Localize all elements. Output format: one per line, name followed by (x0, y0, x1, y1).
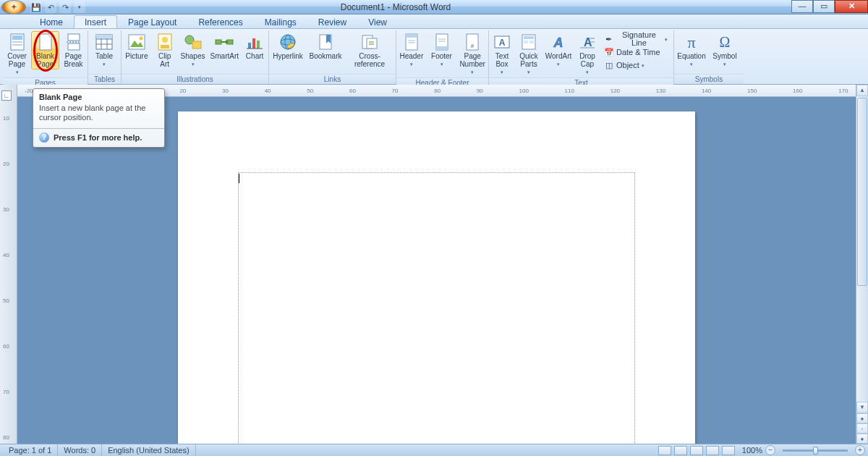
status-words[interactable]: Words: 0 (58, 444, 102, 456)
object-button[interactable]: ◫Object▾ (600, 59, 671, 72)
minimize-button[interactable]: — (791, 0, 813, 13)
svg-rect-13 (96, 35, 112, 38)
status-page[interactable]: Page: 1 of 1 (3, 444, 58, 456)
maximize-button[interactable]: ▭ (813, 0, 835, 13)
hyperlink-icon (278, 33, 298, 51)
svg-rect-51 (524, 36, 534, 39)
group-tables: Table▾ Tables (88, 30, 122, 84)
svg-rect-2 (12, 41, 22, 43)
browse-next-icon[interactable]: ● (856, 434, 868, 444)
svg-rect-53 (529, 41, 534, 43)
crossref-icon (359, 33, 380, 51)
quickparts-icon (519, 33, 539, 51)
status-language[interactable]: English (United States) (102, 444, 196, 456)
text-cursor (239, 174, 239, 183)
header-button[interactable]: Header▾ (396, 31, 427, 69)
scroll-up-arrow[interactable]: ▲ (856, 85, 868, 96)
group-pages: Cover Page▾ Blank Page Page Break Pages (3, 30, 88, 84)
group-header-footer: Header▾ Footer▾ #Page Number▾ Header & F… (396, 30, 489, 84)
crossref-button[interactable]: Cross-reference (344, 31, 395, 69)
status-bar: Page: 1 of 1 Words: 0 English (United St… (0, 444, 868, 456)
chart-icon (244, 33, 265, 51)
tab-selector[interactable]: ∟ (1, 90, 12, 101)
draft-view-button[interactable] (722, 446, 735, 455)
browse-prev-icon[interactable]: ● (856, 413, 868, 423)
svg-rect-6 (68, 43, 80, 50)
object-icon: ◫ (604, 60, 614, 70)
tab-mailings[interactable]: Mailings (254, 15, 307, 28)
bookmark-button[interactable]: Bookmark (307, 31, 344, 62)
page-break-button[interactable]: Page Break (59, 31, 88, 69)
shapes-button[interactable]: Shapes▾ (178, 31, 208, 69)
tooltip-title: Blank Page (33, 89, 164, 104)
quickparts-button[interactable]: Quick Parts▾ (515, 31, 542, 77)
undo-icon[interactable]: ↶ (45, 1, 56, 13)
tab-review[interactable]: Review (307, 15, 357, 28)
scroll-thumb[interactable] (857, 98, 867, 286)
save-icon[interactable]: 💾 (30, 1, 42, 13)
wordart-icon: A (548, 33, 569, 51)
signature-line-button[interactable]: ✒Signature Line▾ (600, 33, 671, 46)
blank-page-button[interactable]: Blank Page (31, 31, 59, 69)
zoom-slider[interactable] (783, 449, 848, 452)
chart-button[interactable]: Chart (241, 31, 268, 62)
wordart-button[interactable]: AWordArt▾ (542, 31, 574, 69)
cover-page-button[interactable]: Cover Page▾ (3, 31, 31, 77)
svg-rect-3 (12, 44, 22, 46)
tab-references[interactable]: References (187, 15, 253, 28)
outline-view-button[interactable] (706, 446, 719, 455)
group-links: Hyperlink Bookmark Cross-reference Links (269, 30, 396, 84)
svg-rect-52 (524, 41, 528, 43)
textbox-button[interactable]: AText Box▾ (489, 31, 515, 77)
print-layout-view-button[interactable] (658, 446, 671, 455)
table-button[interactable]: Table▾ (88, 31, 120, 69)
textbox-icon: A (492, 33, 512, 51)
zoom-level[interactable]: 100% (742, 446, 762, 455)
group-illustrations: Picture Clip Art Shapes▾ SmartArt Chart … (122, 30, 269, 84)
svg-rect-27 (257, 41, 260, 48)
tab-home[interactable]: Home (29, 15, 74, 28)
scroll-track[interactable] (856, 96, 868, 402)
smartart-button[interactable]: SmartArt (208, 31, 241, 62)
picture-button[interactable]: Picture (122, 31, 152, 62)
zoom-in-button[interactable]: + (855, 445, 865, 455)
zoom-thumb[interactable] (813, 447, 818, 455)
select-browse-icon[interactable]: ◦ (856, 423, 868, 434)
tab-insert[interactable]: Insert (74, 15, 117, 28)
close-button[interactable]: ✕ (835, 0, 868, 13)
date-time-button[interactable]: 📅Date & Time (600, 46, 671, 59)
page-margin-guide (238, 172, 635, 444)
equation-button[interactable]: πEquation▾ (674, 31, 709, 69)
tab-page-layout[interactable]: Page Layout (117, 15, 187, 28)
tab-view[interactable]: View (357, 15, 398, 28)
tooltip-blank-page: Blank Page Insert a new blank page at th… (33, 88, 165, 148)
dropcap-icon: A (577, 33, 597, 51)
table-icon (94, 33, 114, 51)
footer-icon (432, 33, 452, 51)
vertical-ruler: ∟ 1020304050607080 (0, 85, 17, 444)
svg-rect-21 (192, 41, 201, 48)
clipart-icon (155, 33, 175, 51)
svg-rect-19 (161, 45, 169, 48)
full-screen-view-button[interactable] (674, 446, 687, 455)
footer-button[interactable]: Footer▾ (427, 31, 457, 69)
symbol-button[interactable]: ΩSymbol▾ (709, 31, 741, 69)
document-page[interactable] (178, 111, 695, 444)
svg-rect-22 (216, 40, 221, 44)
web-layout-view-button[interactable] (690, 446, 703, 455)
vertical-scrollbar[interactable]: ▲ ▼ ● ◦ ● (856, 85, 868, 444)
svg-rect-43 (436, 46, 448, 50)
redo-icon[interactable]: ↷ (59, 1, 71, 13)
date-time-icon: 📅 (604, 47, 614, 57)
ribbon: Cover Page▾ Blank Page Page Break Pages … (0, 29, 868, 85)
scroll-down-arrow[interactable]: ▼ (856, 402, 868, 413)
zoom-out-button[interactable]: − (765, 445, 775, 455)
signature-icon: ✒ (604, 34, 613, 44)
dropcap-button[interactable]: ADrop Cap▾ (574, 31, 600, 77)
page-number-button[interactable]: #Page Number▾ (456, 31, 488, 77)
qat-customize-icon[interactable]: ▾ (74, 1, 85, 13)
office-button[interactable]: ✦ (1, 0, 26, 14)
hyperlink-button[interactable]: Hyperlink (269, 31, 307, 62)
header-icon (401, 33, 422, 51)
clipart-button[interactable]: Clip Art (152, 31, 178, 69)
